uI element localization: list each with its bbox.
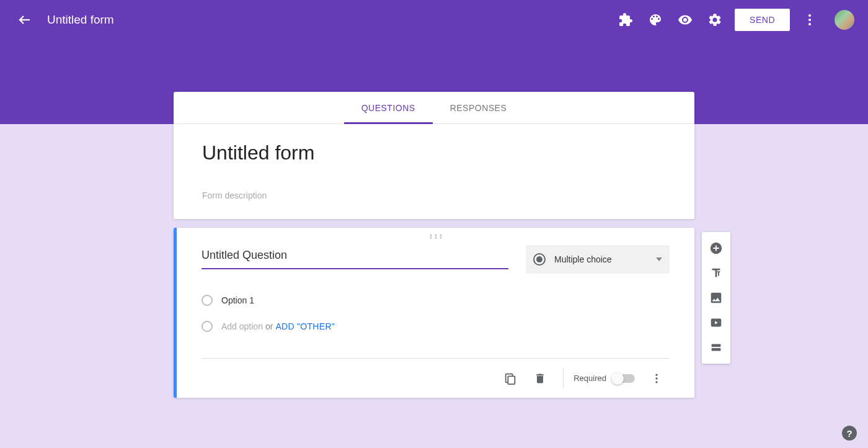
svg-point-10 bbox=[655, 374, 657, 375]
question-card[interactable]: Multiple choice Option 1 Add option or A… bbox=[174, 228, 694, 398]
form-header-card: QUESTIONS RESPONSES Untitled form Form d… bbox=[174, 92, 694, 219]
svg-rect-15 bbox=[712, 344, 721, 347]
svg-rect-9 bbox=[508, 376, 515, 384]
eye-icon bbox=[678, 12, 693, 27]
or-text: or bbox=[265, 321, 273, 331]
copy-icon bbox=[503, 372, 517, 385]
form-description-input[interactable]: Form description bbox=[202, 190, 666, 200]
add-image-button[interactable] bbox=[704, 285, 728, 310]
settings-button[interactable] bbox=[700, 5, 730, 35]
send-button[interactable]: SEND bbox=[735, 9, 790, 31]
text-icon bbox=[709, 266, 723, 280]
more-vert-icon bbox=[650, 372, 663, 385]
drag-handle[interactable] bbox=[202, 230, 670, 245]
tab-questions[interactable]: QUESTIONS bbox=[344, 92, 433, 123]
svg-point-12 bbox=[655, 381, 657, 383]
add-title-button[interactable] bbox=[704, 261, 728, 285]
radio-icon bbox=[533, 253, 546, 266]
question-type-dropdown[interactable]: Multiple choice bbox=[526, 245, 670, 274]
add-section-button[interactable] bbox=[704, 335, 728, 360]
floating-toolbar bbox=[702, 232, 730, 364]
tab-responses[interactable]: RESPONSES bbox=[433, 92, 525, 123]
back-button[interactable] bbox=[10, 5, 40, 35]
svg-point-3 bbox=[430, 235, 432, 236]
preview-button[interactable] bbox=[670, 5, 700, 35]
radio-outline-icon bbox=[202, 321, 213, 332]
question-more-button[interactable] bbox=[644, 365, 670, 392]
add-option-button[interactable]: Add option bbox=[221, 321, 263, 331]
help-icon: ? bbox=[846, 428, 852, 439]
svg-point-8 bbox=[440, 237, 441, 239]
trash-icon bbox=[534, 372, 546, 385]
question-type-label: Multiple choice bbox=[554, 254, 656, 264]
section-icon bbox=[709, 341, 723, 354]
video-icon bbox=[709, 316, 723, 329]
divider bbox=[563, 369, 564, 388]
option-1-label[interactable]: Option 1 bbox=[221, 295, 254, 305]
help-button[interactable]: ? bbox=[842, 426, 857, 441]
tab-responses-label: RESPONSES bbox=[450, 103, 507, 113]
svg-point-1 bbox=[808, 19, 811, 21]
svg-point-4 bbox=[435, 235, 436, 236]
gear-icon bbox=[707, 12, 722, 27]
topbar: Untitled form SEND bbox=[0, 0, 868, 40]
arrow-left-icon bbox=[17, 12, 32, 27]
drag-icon bbox=[430, 234, 442, 239]
svg-point-6 bbox=[430, 237, 432, 239]
svg-point-11 bbox=[655, 377, 657, 379]
send-button-label: SEND bbox=[750, 15, 775, 25]
add-question-button[interactable] bbox=[704, 236, 728, 261]
tab-bar: QUESTIONS RESPONSES bbox=[174, 92, 694, 124]
add-other-button[interactable]: ADD "OTHER" bbox=[275, 321, 335, 331]
option-row-1[interactable]: Option 1 bbox=[202, 287, 670, 313]
chevron-down-icon bbox=[656, 258, 662, 261]
add-option-row: Add option or ADD "OTHER" bbox=[202, 313, 670, 339]
svg-point-5 bbox=[440, 235, 441, 236]
svg-point-0 bbox=[808, 14, 811, 17]
radio-outline-icon bbox=[202, 295, 213, 306]
account-avatar[interactable] bbox=[835, 10, 854, 30]
svg-point-2 bbox=[808, 23, 811, 25]
palette-icon bbox=[648, 12, 663, 27]
doc-title[interactable]: Untitled form bbox=[47, 13, 114, 27]
question-footer: Required bbox=[202, 358, 670, 398]
theme-button[interactable] bbox=[640, 5, 670, 35]
more-button[interactable] bbox=[795, 5, 825, 35]
image-icon bbox=[709, 291, 723, 305]
puzzle-icon bbox=[618, 12, 633, 27]
more-vert-icon bbox=[802, 12, 817, 27]
svg-point-7 bbox=[435, 237, 436, 239]
duplicate-button[interactable] bbox=[497, 365, 523, 392]
delete-button[interactable] bbox=[527, 365, 553, 392]
plus-circle-icon bbox=[709, 241, 723, 255]
tab-questions-label: QUESTIONS bbox=[361, 103, 415, 113]
form-canvas: QUESTIONS RESPONSES Untitled form Form d… bbox=[174, 92, 694, 398]
question-title-input[interactable] bbox=[202, 245, 508, 269]
svg-rect-16 bbox=[712, 348, 721, 351]
required-toggle[interactable] bbox=[613, 374, 635, 383]
add-video-button[interactable] bbox=[704, 310, 728, 335]
form-title-input[interactable]: Untitled form bbox=[202, 141, 666, 164]
required-label: Required bbox=[574, 374, 606, 383]
addons-button[interactable] bbox=[611, 5, 640, 35]
